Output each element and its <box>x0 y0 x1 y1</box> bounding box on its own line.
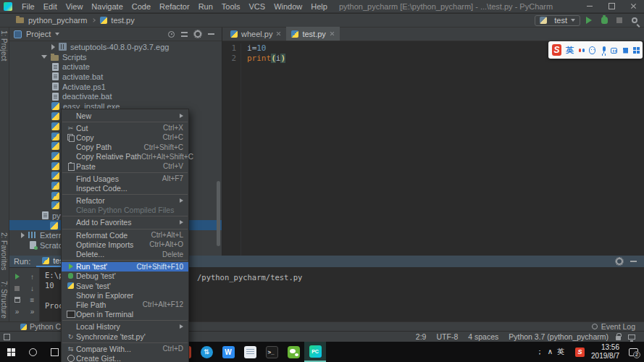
stop-button[interactable] <box>613 14 626 26</box>
tree-item-deactivate.bat[interactable]: deactivate.bat <box>9 91 222 101</box>
menubar-item-tools[interactable]: Tools <box>217 2 245 11</box>
close-icon[interactable] <box>622 0 644 12</box>
menu-item-copy[interactable]: CopyCtrl+C <box>62 132 188 142</box>
menu-item-run-test[interactable]: Run 'test'Ctrl+Shift+F10 <box>62 262 188 272</box>
minimize-icon[interactable] <box>579 0 601 12</box>
gear-icon[interactable] <box>616 258 623 265</box>
project-panel-title[interactable]: Project <box>26 30 51 38</box>
menu-item-optimize-imports[interactable]: Optimize ImportsCtrl+Alt+O <box>62 240 188 249</box>
gear-icon[interactable] <box>194 30 201 38</box>
menubar-item-edit[interactable]: Edit <box>39 2 62 11</box>
scrollbar-thumb[interactable] <box>217 181 220 246</box>
menu-item-find-usages[interactable]: Find UsagesAlt+F7 <box>62 174 188 183</box>
tree-item-activate[interactable]: activate <box>9 62 222 72</box>
editor-tab-test.py[interactable]: test.py <box>286 27 339 41</box>
taskbar-app-cmd[interactable]: >_ <box>261 342 283 362</box>
punctuation-icon[interactable] <box>578 46 585 54</box>
lock-icon[interactable] <box>616 336 621 340</box>
taskbar-app-netdisk[interactable]: ⇅ <box>196 342 217 362</box>
taskbar-app-pycharm-active[interactable]: PC <box>304 342 326 362</box>
menu-item-create-gist[interactable]: Create Gist... <box>62 353 188 362</box>
editor-tab-wheel.py[interactable]: wheel.py <box>225 27 286 41</box>
menubar-item-navigate[interactable]: Navigate <box>87 2 127 11</box>
debug-button[interactable] <box>598 14 611 26</box>
menubar-item-file[interactable]: File <box>17 2 39 11</box>
menu-item-show-in-explorer[interactable]: Show in Explorer <box>62 290 188 300</box>
search-everywhere-button[interactable] <box>628 14 641 26</box>
menu-item-cut[interactable]: ✂CutCtrl+X <box>62 123 188 132</box>
hide-panel-icon[interactable] <box>208 33 214 35</box>
structure-toolwindow-button[interactable]: 7: Structure <box>0 281 8 319</box>
menu-item-local-history[interactable]: Local History <box>62 322 188 332</box>
menu-item-paste[interactable]: PasteCtrl+V <box>62 161 188 171</box>
skin-icon[interactable] <box>622 46 628 54</box>
menubar-item-window[interactable]: Window <box>269 2 306 11</box>
locate-file-icon[interactable] <box>168 31 175 38</box>
rerun-icon[interactable] <box>15 274 20 279</box>
menu-item-debug-test[interactable]: Debug 'test' <box>62 272 188 281</box>
run-button[interactable] <box>582 14 595 26</box>
menu-item-reformat-code[interactable]: Reformat CodeCtrl+Alt+L <box>62 230 188 240</box>
project-toolwindow-button[interactable]: 1: Project <box>0 30 8 61</box>
pin-icon[interactable]: ≡ <box>30 296 35 304</box>
menubar-item-help[interactable]: Help <box>306 2 332 11</box>
toolwindow-switcher-icon[interactable] <box>4 334 10 340</box>
ime-language-toggle[interactable]: 英 <box>566 45 574 56</box>
stop-icon[interactable] <box>14 286 20 291</box>
menu-item-inspect-code[interactable]: Inspect Code... <box>62 183 188 193</box>
hide-panel-icon[interactable] <box>630 261 637 262</box>
menu-item-new[interactable]: New <box>62 111 188 120</box>
microphone-icon[interactable] <box>600 46 606 54</box>
menubar-item-vcs[interactable]: VCS <box>245 2 270 11</box>
menubar-item-run[interactable]: Run <box>194 2 217 11</box>
menu-item-open-in-terminal[interactable]: Open in Terminal <box>62 310 188 319</box>
taskbar-app-wps[interactable]: W <box>217 342 239 362</box>
close-icon[interactable] <box>330 31 335 36</box>
tree-item-activate.bat[interactable]: activate.bat <box>9 72 222 82</box>
menubar-item-code[interactable]: Code <box>127 2 155 11</box>
collapse-all-icon[interactable] <box>181 32 188 37</box>
menu-item-file-path[interactable]: File PathCtrl+Alt+F12 <box>62 300 188 309</box>
breadcrumb-project[interactable]: python_pycharm <box>28 16 87 25</box>
start-button[interactable] <box>0 342 22 362</box>
breadcrumb-file[interactable]: test.py <box>111 16 134 25</box>
tray-text-item[interactable]: ； <box>536 348 543 355</box>
menubar-item-refactor[interactable]: Refactor <box>155 2 194 11</box>
maximize-icon[interactable] <box>601 0 622 12</box>
menu-item-synchronize-test-py[interactable]: ↻Synchronize 'test.py' <box>62 332 188 341</box>
tray-ime-indicators[interactable]: ；∧英 <box>536 347 569 357</box>
restore-layout-icon[interactable] <box>14 297 20 303</box>
chevron-down-icon[interactable] <box>41 55 47 59</box>
run-configuration-select[interactable]: test <box>535 15 580 26</box>
status-item[interactable]: Python 3.7 (python_pycharm) <box>509 332 609 341</box>
taskbar-app-notepad[interactable] <box>239 342 261 362</box>
menubar-item-view[interactable]: View <box>62 2 88 11</box>
down-arrow-icon[interactable]: ↓ <box>30 285 34 292</box>
cortana-button[interactable] <box>22 342 43 362</box>
menu-item-add-to-favorites[interactable]: Add to Favorites <box>62 218 188 227</box>
emoji-icon[interactable] <box>589 46 595 54</box>
tree-item-activate.ps1[interactable]: Activate.ps1 <box>9 82 222 92</box>
tree-item-setuptools-40.8.0-py3.7.egg[interactable]: setuptools-40.8.0-py3.7.egg <box>9 42 222 52</box>
more-left-icon[interactable]: » <box>15 308 20 316</box>
sogou-logo-icon[interactable]: S <box>552 44 561 56</box>
tray-text-item[interactable]: ∧ <box>548 348 553 355</box>
menu-item-copy-path[interactable]: Copy PathCtrl+Shift+C <box>62 143 188 152</box>
tray-text-item[interactable]: 英 <box>557 348 564 355</box>
code-editor[interactable]: 12 i=10print(i) <box>222 42 644 256</box>
chevron-right-icon[interactable] <box>51 44 55 50</box>
taskbar-app-wechat[interactable] <box>283 342 304 362</box>
more-right-icon[interactable]: » <box>30 308 35 316</box>
chevron-down-icon[interactable] <box>55 33 59 35</box>
event-log-button[interactable]: Event Log <box>592 322 644 331</box>
menu-item-compare-with[interactable]: ⇆Compare With...Ctrl+D <box>62 344 188 353</box>
menu-item-save-test[interactable]: Save 'test' <box>62 281 188 290</box>
status-item[interactable]: 2:9 <box>416 332 427 341</box>
screen-reader-icon[interactable] <box>628 334 635 340</box>
menu-item-refactor[interactable]: Refactor <box>62 196 188 206</box>
notification-center-icon[interactable]: 2 <box>629 348 638 356</box>
status-item[interactable]: UTF-8 <box>436 332 458 341</box>
favorites-toolwindow-button[interactable]: 2: Favorites <box>0 232 8 270</box>
up-arrow-icon[interactable]: ↑ <box>30 273 34 281</box>
close-icon[interactable] <box>276 31 281 36</box>
